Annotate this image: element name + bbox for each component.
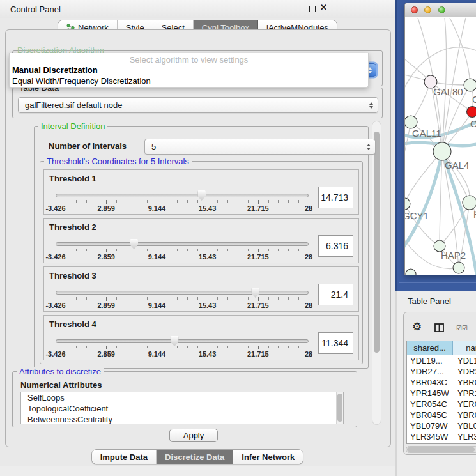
scrollbar-thumb[interactable]: [374, 132, 380, 353]
threshold-slider[interactable]: -3.4262.8599.14415.4321.71528: [56, 337, 309, 359]
slider-thumb[interactable]: [197, 190, 206, 201]
panel-title: Control Panel: [10, 4, 61, 14]
table-row[interactable]: YDL19... YDL1: [407, 355, 476, 366]
threshold-value-field[interactable]: 6.316: [318, 235, 353, 257]
network-node[interactable]: [433, 142, 451, 160]
bottom-tab[interactable]: Discretize Data: [157, 450, 233, 464]
close-traffic-light[interactable]: [411, 6, 418, 13]
threshold-value-field[interactable]: 11.344: [318, 332, 353, 354]
cell-shared-name[interactable]: YBR043C: [407, 377, 453, 388]
zoom-traffic-light[interactable]: [438, 6, 445, 13]
checkbox-icons[interactable]: ☑☑: [456, 325, 468, 332]
column-header-name[interactable]: name: [453, 341, 476, 355]
network-node[interactable]: [463, 196, 476, 210]
table-row[interactable]: YLR345W YLR3: [407, 431, 476, 442]
tick-mark: [288, 200, 289, 203]
float-icon[interactable]: [309, 6, 316, 12]
combo-stepper-icon: [364, 141, 373, 153]
slider-track[interactable]: [56, 291, 309, 295]
slider-thumb[interactable]: [251, 288, 259, 298]
network-node[interactable]: [467, 107, 476, 118]
network-node[interactable]: [453, 262, 464, 273]
cell-shared-name[interactable]: YPR145W: [407, 388, 453, 399]
attribute-list-item[interactable]: BetweennessCentrality: [21, 414, 343, 424]
table-row[interactable]: YIL053C YIL0: [407, 442, 476, 444]
bottom-tab[interactable]: Infer Network: [233, 450, 303, 464]
attributes-list[interactable]: SelfLoopsTopologicalCoefficientBetweenne…: [20, 392, 344, 424]
cell-name[interactable]: YDL1: [453, 355, 476, 366]
tick-mark: [137, 346, 137, 348]
algorithm-option[interactable]: Manual Discretization: [10, 65, 368, 75]
cell-shared-name[interactable]: YDL19...: [407, 355, 453, 366]
panel-vertical-scrollbar[interactable]: [372, 121, 381, 425]
slider-tick-labels: -3.4262.8599.14415.4321.71528: [56, 350, 309, 358]
list-scrollbar-thumb[interactable]: [337, 394, 342, 422]
network-node[interactable]: [406, 269, 416, 275]
slider-track[interactable]: [56, 339, 309, 343]
close-icon[interactable]: ✕: [320, 3, 327, 12]
minimize-traffic-light[interactable]: [424, 6, 431, 13]
cell-shared-name[interactable]: YBR045C: [407, 410, 453, 420]
number-of-intervals-combo[interactable]: 5: [144, 139, 376, 155]
cell-name[interactable]: YDR2: [453, 366, 476, 377]
tick-mark: [127, 346, 127, 348]
cell-shared-name[interactable]: YBL079W: [407, 420, 453, 431]
bottom-tab[interactable]: Impute Data: [92, 450, 157, 464]
table-horizontal-scrollbar[interactable]: [406, 446, 476, 453]
tick-mark: [278, 249, 279, 251]
tick-mark: [76, 297, 77, 300]
cell-name[interactable]: YLR3: [453, 431, 476, 442]
table-row[interactable]: YDR27... YDR2: [407, 366, 476, 377]
threshold-slider[interactable]: -3.4262.8599.14415.4321.71528: [56, 289, 309, 311]
cell-name[interactable]: YBR0: [453, 410, 476, 420]
tick-mark: [298, 297, 299, 300]
algorithm-option[interactable]: Equal Width/Frequency Discretization: [10, 75, 368, 86]
network-node-label: G: [472, 94, 476, 105]
network-node[interactable]: [405, 116, 417, 128]
cell-name[interactable]: YIL0: [453, 442, 476, 444]
table-row[interactable]: YPR145W YPR1: [407, 388, 476, 399]
tick-mark: [227, 346, 228, 348]
list-scrollbar[interactable]: [336, 392, 343, 424]
threshold-value-field[interactable]: 14.713: [318, 187, 353, 208]
cell-shared-name[interactable]: YLR345W: [407, 431, 453, 442]
gear-icon[interactable]: ⚙: [412, 321, 422, 332]
column-header-shared-name[interactable]: shared...: [407, 341, 453, 355]
cell-shared-name[interactable]: YIL053C: [407, 442, 453, 444]
slider-thumb[interactable]: [130, 239, 138, 249]
threshold-slider[interactable]: -3.4262.8599.14415.4321.71528: [56, 240, 309, 262]
network-canvas[interactable]: GAL80GCGAL11GAL4GCY1HHAP2: [405, 17, 476, 275]
tick-mark: [227, 297, 228, 300]
attribute-list-item[interactable]: SelfLoops: [21, 392, 343, 403]
hscrollbar-thumb[interactable]: [407, 447, 475, 452]
cell-name[interactable]: YER0: [453, 399, 476, 410]
table-data-combo[interactable]: galFiltered.sif default node: [18, 97, 378, 113]
table-row[interactable]: YER054C YER0: [407, 399, 476, 410]
cell-shared-name[interactable]: YER054C: [407, 399, 453, 410]
tick-label: 21.715: [247, 204, 269, 212]
tick-mark: [86, 297, 87, 300]
slider-thumb[interactable]: [171, 336, 179, 346]
slider-track[interactable]: [56, 194, 309, 197]
network-node[interactable]: [405, 198, 410, 210]
cell-name[interactable]: YPR1: [453, 388, 476, 399]
network-node[interactable]: [464, 79, 476, 91]
attribute-list-item[interactable]: TopologicalCoefficient: [21, 403, 343, 414]
table-row[interactable]: YBL079W YBL0: [407, 420, 476, 431]
cell-name[interactable]: YBR0: [453, 377, 476, 388]
table-row[interactable]: YBR043C YBR0: [407, 377, 476, 388]
columns-icon[interactable]: [434, 323, 444, 334]
cell-shared-name[interactable]: YDR27...: [407, 366, 453, 377]
table-row[interactable]: YBR045C YBR0: [407, 410, 476, 420]
slider-track[interactable]: [56, 242, 309, 246]
threshold-slider[interactable]: -3.4262.8599.14415.4321.71528: [56, 192, 309, 213]
tick-mark: [268, 249, 269, 251]
network-window-titlebar[interactable]: [405, 3, 476, 17]
desktop-background: GAL80GCGAL11GAL4GCY1HHAP2: [395, 0, 476, 291]
threshold-label: Threshold 2: [49, 222, 96, 232]
threshold-value-field[interactable]: 21.4: [318, 284, 353, 305]
apply-button[interactable]: Apply: [169, 429, 218, 442]
bottom-tab-segment: Impute Data Discretize Data Infer Networ…: [91, 449, 304, 464]
threshold-panel: Threshold 1 -3.4262.8599.14415.4321.7152…: [43, 169, 359, 215]
cell-name[interactable]: YBL0: [453, 420, 476, 431]
